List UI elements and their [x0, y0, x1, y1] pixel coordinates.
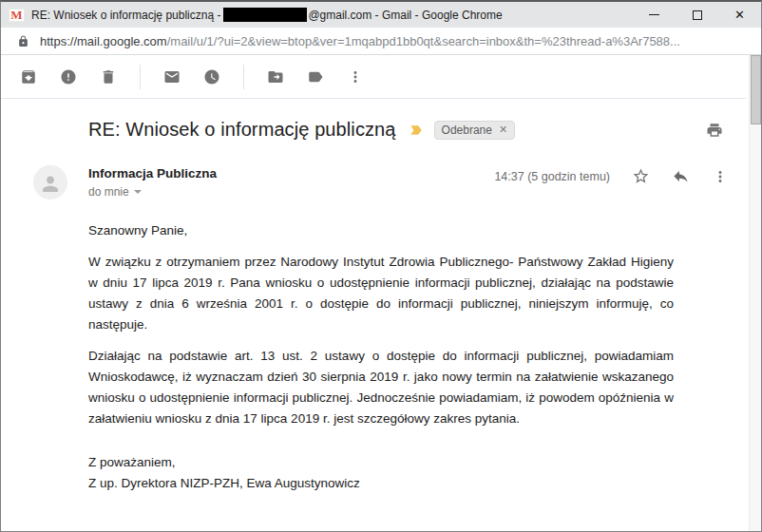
mark-unread-button[interactable] [163, 68, 181, 86]
gmail-page: RE: Wniosek o informację publiczną Odebr… [1, 55, 761, 531]
maximize-button[interactable] [676, 2, 718, 28]
maximize-icon [693, 10, 702, 20]
reply-icon [672, 167, 690, 185]
important-marker-icon [409, 123, 424, 138]
recipient-label: do mnie [88, 185, 129, 199]
report-spam-icon [60, 68, 77, 86]
window-titlebar: M RE: Wniosek o informację publiczną - @… [1, 2, 761, 28]
sender-avatar [33, 165, 67, 200]
label-chip-odebrane[interactable]: Odebrane ✕ [434, 121, 516, 140]
message-meta: 14:37 (5 godzin temu) [494, 165, 729, 185]
message-timestamp: 14:37 (5 godzin temu) [494, 170, 610, 183]
labels-button[interactable] [307, 68, 324, 86]
chevron-down-icon [134, 190, 142, 194]
subject-row: RE: Wniosek o informację publiczną Odebr… [88, 119, 723, 141]
label-chip-close-icon[interactable]: ✕ [499, 124, 507, 136]
message-header: Informacja Publiczna do mnie 14:37 (5 go… [33, 165, 729, 200]
address-bar[interactable]: https://mail.google.com/mail/u/1/?ui=2&v… [1, 28, 761, 55]
print-icon [706, 122, 723, 139]
labels-icon [307, 68, 324, 86]
close-button[interactable]: ✕ [718, 2, 761, 28]
body-paragraph: W związku z otrzymaniem przez Narodowy I… [88, 252, 674, 335]
important-marker-button[interactable] [409, 123, 424, 138]
more-icon [347, 68, 364, 86]
body-paragraph: Działając na podstawie art. 13 ust. 2 us… [88, 346, 674, 429]
url-text[interactable]: https://mail.google.com/mail/u/1/?ui=2&v… [40, 34, 680, 48]
scrollbar-thumb[interactable] [751, 55, 761, 124]
snooze-icon [203, 68, 220, 86]
email-subject: RE: Wniosek o informację publiczną [88, 119, 396, 141]
more-message-options-button[interactable] [712, 168, 729, 185]
url-path: /mail/u/1/?ui=2&view=btop&ver=1mqabpd1bb… [167, 34, 680, 48]
browser-window: M RE: Wniosek o informację publiczną - @… [0, 0, 762, 532]
signature-line: Z up. Dyrektora NIZP-PZH, Ewa Augustynow… [88, 473, 674, 494]
star-button[interactable] [632, 167, 650, 185]
snooze-button[interactable] [203, 68, 220, 86]
message-body: Szanowny Panie, W związku z otrzymaniem … [88, 220, 674, 494]
body-paragraph: Szanowny Panie, [88, 220, 674, 241]
signature-line: Z poważaniem, [88, 452, 674, 473]
page-scrollbar[interactable] [749, 55, 761, 531]
move-to-icon [267, 68, 284, 86]
window-title-prefix: RE: Wniosek o informację publiczną - [31, 9, 220, 22]
sender-name: Informacja Publiczna [88, 166, 217, 180]
minimize-button[interactable] [633, 2, 676, 28]
message-toolbar [1, 55, 747, 99]
more-vert-icon [712, 168, 729, 185]
secure-lock-icon[interactable] [17, 35, 29, 48]
archive-icon [20, 68, 37, 86]
archive-button[interactable] [20, 68, 37, 86]
window-controls: ✕ [633, 2, 761, 28]
print-button[interactable] [706, 122, 723, 139]
window-title: RE: Wniosek o informację publiczną - @gm… [31, 8, 633, 22]
close-icon: ✕ [734, 9, 745, 21]
gmail-favicon-icon: M [9, 9, 25, 22]
minimize-icon [649, 14, 659, 15]
signature-block: Z poważaniem, Z up. Dyrektora NIZP-PZH, … [88, 452, 674, 494]
move-to-button[interactable] [267, 68, 284, 86]
star-icon [632, 167, 650, 185]
toolbar-separator [140, 65, 141, 89]
recipient-dropdown[interactable]: do mnie [88, 185, 217, 199]
url-host: https://mail.google.com [40, 34, 167, 48]
more-actions-button[interactable] [347, 68, 364, 86]
label-chip-text: Odebrane [442, 124, 492, 137]
reply-button[interactable] [672, 167, 690, 185]
sender-block: Informacja Publiczna do mnie [88, 165, 217, 199]
report-spam-button[interactable] [60, 68, 77, 86]
toolbar-separator [243, 65, 244, 89]
person-icon [36, 168, 65, 197]
redacted-email-address [223, 8, 307, 22]
window-title-suffix: @gmail.com - Gmail - Google Chrome [308, 9, 502, 22]
delete-button[interactable] [100, 68, 117, 86]
delete-icon [100, 68, 117, 86]
mark-unread-icon [163, 68, 181, 86]
